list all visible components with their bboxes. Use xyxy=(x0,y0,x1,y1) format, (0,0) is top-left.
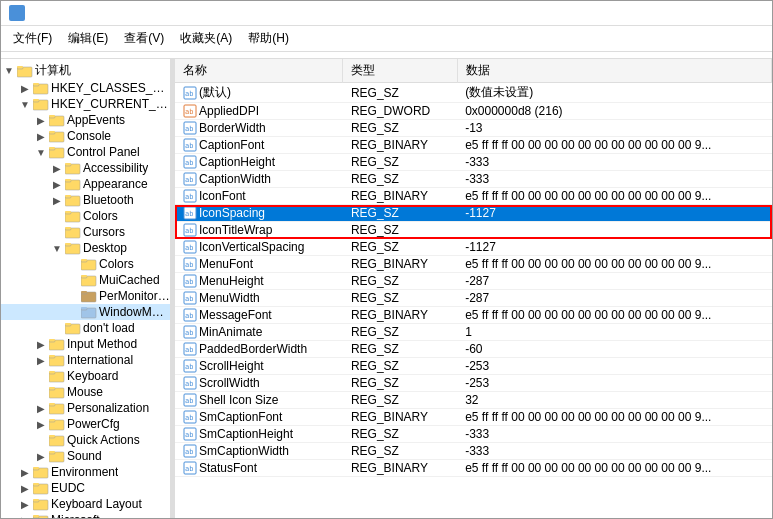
cell-name: abCaptionFont xyxy=(175,137,343,154)
tree-item-console[interactable]: ▶ Console xyxy=(1,128,170,144)
menu-item[interactable]: 编辑(E) xyxy=(60,28,116,49)
table-row[interactable]: abMessageFontREG_BINARYe5 ff ff ff 00 00… xyxy=(175,307,772,324)
tree-item-hkcu[interactable]: ▼ HKEY_CURRENT_USER xyxy=(1,96,170,112)
tree-item-bluetooth[interactable]: ▶ Bluetooth xyxy=(1,192,170,208)
tree-item-keyboard[interactable]: Keyboard xyxy=(1,368,170,384)
table-row[interactable]: abScrollWidthREG_SZ-253 xyxy=(175,375,772,392)
tree-item-environment[interactable]: ▶ Environment xyxy=(1,464,170,480)
tree-item-eudc[interactable]: ▶ EUDC xyxy=(1,480,170,496)
tree-item-mouse[interactable]: Mouse xyxy=(1,384,170,400)
table-row[interactable]: abPaddedBorderWidthREG_SZ-60 xyxy=(175,341,772,358)
folder-icon xyxy=(81,257,97,271)
table-row[interactable]: abMenuFontREG_BINARYe5 ff ff ff 00 00 00… xyxy=(175,256,772,273)
table-row[interactable]: abIconFontREG_BINARYe5 ff ff ff 00 00 00… xyxy=(175,188,772,205)
menu-item[interactable]: 查看(V) xyxy=(116,28,172,49)
svg-rect-27 xyxy=(65,179,71,181)
tree-toggle-icon[interactable]: ▶ xyxy=(17,499,33,510)
tree-toggle-icon[interactable]: ▶ xyxy=(17,515,33,519)
tree-toggle-icon[interactable]: ▶ xyxy=(17,83,33,94)
table-row[interactable]: abCaptionFontREG_BINARYe5 ff ff ff 00 00… xyxy=(175,137,772,154)
tree-item-sound[interactable]: ▶ Sound xyxy=(1,448,170,464)
tree-item-inputmethod[interactable]: ▶ Input Method xyxy=(1,336,170,352)
cell-data: e5 ff ff ff 00 00 00 00 00 00 00 00 00 0… xyxy=(457,188,771,205)
tree-item-appevents[interactable]: ▶ AppEvents xyxy=(1,112,170,128)
tree-toggle-icon[interactable]: ▶ xyxy=(17,467,33,478)
tree-toggle-icon[interactable]: ▶ xyxy=(33,115,49,126)
tree-toggle-icon[interactable]: ▼ xyxy=(33,147,49,158)
tree-item-appearance[interactable]: ▶ Appearance xyxy=(1,176,170,192)
tree-toggle-icon[interactable]: ▶ xyxy=(49,195,65,206)
tree-item-windowmetrics[interactable]: WindowMetrics xyxy=(1,304,170,320)
svg-text:ab: ab xyxy=(185,108,193,116)
tree-toggle-icon[interactable]: ▼ xyxy=(49,243,65,254)
tree-toggle-icon[interactable]: ▶ xyxy=(49,179,65,190)
tree-item-keyboardlayout[interactable]: ▶ Keyboard Layout xyxy=(1,496,170,512)
tree-item-computer[interactable]: ▼ 计算机 xyxy=(1,61,170,80)
tree-toggle-icon[interactable]: ▶ xyxy=(33,451,49,462)
menu-item[interactable]: 收藏夹(A) xyxy=(172,28,240,49)
tree-item-powercfg[interactable]: ▶ PowerCfg xyxy=(1,416,170,432)
svg-rect-18 xyxy=(49,131,55,133)
cell-type: REG_DWORD xyxy=(343,103,457,120)
cell-name-text: IconSpacing xyxy=(199,206,265,220)
reg-type-icon: ab xyxy=(183,172,197,186)
tree-item-permonitorsetting[interactable]: PerMonitorSettin xyxy=(1,288,170,304)
tree-item-microsoft[interactable]: ▶ Microsoft xyxy=(1,512,170,518)
tree-item-label: don't load xyxy=(83,321,135,335)
tree-item-international[interactable]: ▶ International xyxy=(1,352,170,368)
table-row[interactable]: abIconSpacingREG_SZ-1127 xyxy=(175,205,772,222)
table-row[interactable]: abShell Icon SizeREG_SZ32 xyxy=(175,392,772,409)
table-header-row: 名称 类型 数据 xyxy=(175,59,772,83)
tree-toggle-icon[interactable]: ▶ xyxy=(17,483,33,494)
table-row[interactable]: abCaptionWidthREG_SZ-333 xyxy=(175,171,772,188)
tree-toggle-icon[interactable]: ▼ xyxy=(1,65,17,76)
menu-item[interactable]: 帮助(H) xyxy=(240,28,297,49)
tree-toggle-icon[interactable]: ▼ xyxy=(17,99,33,110)
table-row[interactable]: abIconTitleWrapREG_SZ xyxy=(175,222,772,239)
tree-item-desktop[interactable]: ▼ Desktop xyxy=(1,240,170,256)
registry-table: 名称 类型 数据 ab(默认)REG_SZ(数值未设置)abAppliedDPI… xyxy=(175,59,772,477)
tree-item-accessibility[interactable]: ▶ Accessibility xyxy=(1,160,170,176)
tree-item-label: HKEY_CLASSES_ROOT xyxy=(51,81,170,95)
table-row[interactable]: abBorderWidthREG_SZ-13 xyxy=(175,120,772,137)
tree-item-muicached[interactable]: MuiCached xyxy=(1,272,170,288)
table-row[interactable]: abScrollHeightREG_SZ-253 xyxy=(175,358,772,375)
cell-data: e5 ff ff ff 00 00 00 00 00 00 00 00 00 0… xyxy=(457,256,771,273)
tree-item-personalization[interactable]: ▶ Personalization xyxy=(1,400,170,416)
tree-item-hkcr[interactable]: ▶ HKEY_CLASSES_ROOT xyxy=(1,80,170,96)
tree-toggle-icon[interactable]: ▶ xyxy=(33,355,49,366)
table-row[interactable]: abIconVerticalSpacingREG_SZ-1127 xyxy=(175,239,772,256)
folder-icon xyxy=(49,113,65,127)
tree-item-quickactions[interactable]: Quick Actions xyxy=(1,432,170,448)
tree-toggle-icon[interactable]: ▶ xyxy=(33,339,49,350)
table-row[interactable]: abMenuWidthREG_SZ-287 xyxy=(175,290,772,307)
table-row[interactable]: abAppliedDPIREG_DWORD0x000000d8 (216) xyxy=(175,103,772,120)
table-row[interactable]: abMinAnimateREG_SZ1 xyxy=(175,324,772,341)
tree-toggle-icon[interactable]: ▶ xyxy=(33,131,49,142)
tree-item-colors[interactable]: Colors xyxy=(1,208,170,224)
table-row[interactable]: ab(默认)REG_SZ(数值未设置) xyxy=(175,83,772,103)
tree-item-label: Colors xyxy=(83,209,118,223)
cell-data: -333 xyxy=(457,426,771,443)
tree-toggle-icon[interactable]: ▶ xyxy=(33,419,49,430)
svg-text:ab: ab xyxy=(185,90,193,98)
tree-panel[interactable]: ▼ 计算机▶ HKEY_CLASSES_ROOT▼ HKEY_CURRENT_U… xyxy=(1,59,171,518)
table-row[interactable]: abStatusFontREG_BINARYe5 ff ff ff 00 00 … xyxy=(175,460,772,477)
folder-icon xyxy=(49,337,65,351)
table-row[interactable]: abSmCaptionFontREG_BINARYe5 ff ff ff 00 … xyxy=(175,409,772,426)
tree-item-cursors[interactable]: Cursors xyxy=(1,224,170,240)
table-row[interactable]: abSmCaptionWidthREG_SZ-333 xyxy=(175,443,772,460)
menu-item[interactable]: 文件(F) xyxy=(5,28,60,49)
svg-text:ab: ab xyxy=(185,363,193,371)
table-row[interactable]: abSmCaptionHeightREG_SZ-333 xyxy=(175,426,772,443)
tree-toggle-icon[interactable]: ▶ xyxy=(33,403,49,414)
tree-item-dontload[interactable]: don't load xyxy=(1,320,170,336)
table-row[interactable]: abMenuHeightREG_SZ-287 xyxy=(175,273,772,290)
tree-toggle-icon[interactable]: ▶ xyxy=(49,163,65,174)
detail-panel[interactable]: 名称 类型 数据 ab(默认)REG_SZ(数值未设置)abAppliedDPI… xyxy=(175,59,772,518)
tree-item-controlpanel[interactable]: ▼ Control Panel xyxy=(1,144,170,160)
folder-icon xyxy=(81,305,97,319)
table-row[interactable]: abCaptionHeightREG_SZ-333 xyxy=(175,154,772,171)
tree-item-label: Console xyxy=(67,129,111,143)
tree-item-desktopcolors[interactable]: Colors xyxy=(1,256,170,272)
